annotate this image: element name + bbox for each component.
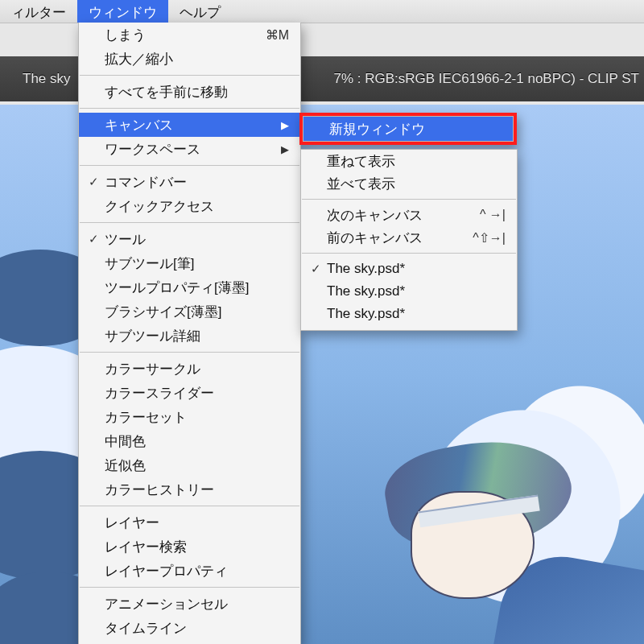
menu-item-subtool-detail[interactable]: サブツール詳細 — [79, 324, 300, 348]
artwork-illustration — [306, 411, 644, 644]
shortcut-label: ⌘M — [266, 27, 289, 43]
menu-item-brush-size[interactable]: ブラシサイズ[薄墨] — [79, 299, 300, 324]
menu-item-canvas[interactable]: キャンバス ▶ — [79, 113, 300, 137]
menu-item-subtool-brush[interactable]: サブツール[筆] — [79, 251, 300, 275]
submenu-item-next-canvas[interactable]: 次のキャンバス ^ →| — [301, 204, 517, 226]
menu-item-workspace[interactable]: ワークスペース ▶ — [79, 137, 300, 161]
menu-item-approx-color[interactable]: 近似色 — [79, 453, 300, 477]
menu-filter[interactable]: ィルター — [0, 0, 77, 23]
menu-item-mid-color[interactable]: 中間色 — [79, 429, 300, 453]
submenu-item-document[interactable]: The sky.psd* — [301, 303, 517, 325]
menu-separator — [80, 75, 299, 76]
menu-separator — [302, 253, 516, 254]
document-title-right: 7% : RGB:sRGB IEC61966-2-1 noBPC) - CLIP… — [334, 71, 645, 87]
menu-separator — [80, 587, 299, 588]
check-icon: ✓ — [87, 232, 100, 246]
menu-separator — [302, 199, 516, 200]
submenu-item-prev-canvas[interactable]: 前のキャンバス ^⇧→| — [301, 226, 517, 249]
menu-item-quickaccess[interactable]: クイックアクセス — [79, 194, 300, 218]
submenu-item-document[interactable]: ✓ The sky.psd* — [301, 258, 517, 280]
menu-item-tool-property[interactable]: ツールプロパティ[薄墨] — [79, 275, 300, 299]
menu-separator — [80, 108, 299, 109]
submenu-arrow-icon: ▶ — [278, 119, 289, 131]
check-icon: ✓ — [309, 262, 322, 276]
submenu-item-tile[interactable]: 並べて表示 — [301, 172, 517, 195]
menu-separator — [80, 506, 299, 506]
submenu-item-document[interactable]: The sky.psd* — [301, 280, 517, 303]
shortcut-label: ^⇧→| — [473, 230, 506, 246]
menu-item-close[interactable]: しまう ⌘M — [79, 23, 300, 47]
menu-item-layer-search[interactable]: レイヤー検索 — [79, 535, 300, 559]
check-icon: ✓ — [87, 175, 100, 189]
submenu-item-new-window[interactable]: 新規ウィンドウ — [303, 117, 513, 141]
submenu-arrow-icon: ▶ — [278, 143, 289, 155]
menu-item-animation-cel[interactable]: アニメーションセル — [79, 592, 300, 616]
menu-window[interactable]: ウィンドウ — [77, 0, 168, 23]
window-menu: しまう ⌘M 拡大／縮小 すべてを手前に移動 キャンバス ▶ ワークスペース ▶… — [78, 23, 301, 644]
menubar: ィルター ウィンドウ ヘルプ — [0, 0, 644, 23]
menu-item-color-history[interactable]: カラーヒストリー — [79, 477, 300, 502]
menu-item-commandbar[interactable]: ✓ コマンドバー — [79, 170, 300, 194]
document-title-left: The sky — [23, 71, 71, 87]
menu-item-layer-property[interactable]: レイヤープロパティ — [79, 559, 300, 583]
menu-separator — [80, 165, 299, 166]
menu-item-timeline[interactable]: タイムライン — [79, 616, 300, 640]
menu-item-color-set[interactable]: カラーセット — [79, 405, 300, 429]
canvas-submenu-highlight: 新規ウィンドウ — [299, 113, 517, 145]
submenu-item-cascade[interactable]: 重ねて表示 — [301, 150, 517, 172]
menu-help[interactable]: ヘルプ — [168, 0, 232, 23]
menu-item-zoom[interactable]: 拡大／縮小 — [79, 47, 300, 71]
menu-item-color-slider[interactable]: カラースライダー — [79, 381, 300, 405]
menu-separator — [80, 222, 299, 223]
menu-item-tool[interactable]: ✓ ツール — [79, 227, 300, 251]
canvas-submenu: 重ねて表示 並べて表示 次のキャンバス ^ →| 前のキャンバス ^⇧→| ✓ … — [300, 149, 518, 331]
menu-item-bring-front[interactable]: すべてを手前に移動 — [79, 80, 300, 104]
menu-item-color-circle[interactable]: カラーサークル — [79, 357, 300, 381]
shortcut-label: ^ →| — [480, 208, 506, 222]
menu-separator — [80, 352, 299, 353]
menu-item-layer[interactable]: レイヤー — [79, 510, 300, 535]
